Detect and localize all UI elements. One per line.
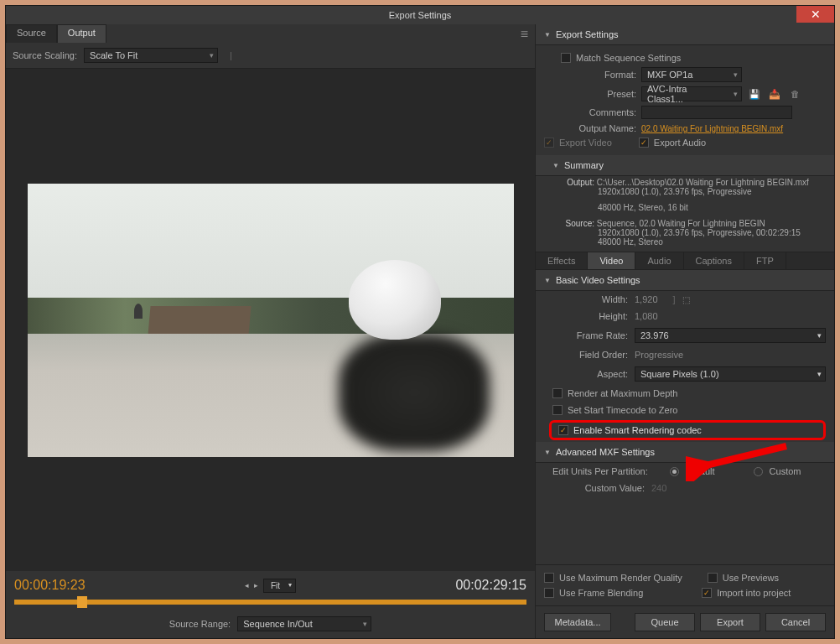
smart-render-label: Enable Smart Rendering codec: [573, 425, 702, 435]
tab-ftp[interactable]: FTP: [744, 252, 786, 269]
timeline-slider[interactable]: [14, 600, 526, 605]
metadata-button[interactable]: Metadata...: [544, 613, 611, 631]
preview-area: [6, 69, 535, 571]
queue-button[interactable]: Queue: [635, 613, 695, 631]
format-label: Format:: [561, 70, 636, 80]
tab-audio[interactable]: Audio: [635, 252, 683, 269]
format-dropdown[interactable]: MXF OP1a: [641, 67, 742, 82]
prev-frame-icon[interactable]: ◂: [245, 581, 249, 589]
next-frame-icon[interactable]: ▸: [254, 581, 258, 589]
collapse-icon: ▼: [544, 31, 551, 39]
export-settings-header[interactable]: ▼ Export Settings: [536, 24, 834, 45]
collapse-icon: ▼: [544, 277, 551, 284]
panel-menu-icon[interactable]: ≡: [514, 24, 535, 43]
total-time: 00:02:29:15: [455, 578, 526, 593]
export-button[interactable]: Export: [700, 613, 760, 631]
tab-video[interactable]: Video: [588, 252, 635, 269]
range-label: Source Range:: [169, 619, 231, 629]
zoom-dropdown[interactable]: Fit: [263, 579, 296, 593]
tab-output[interactable]: Output: [57, 24, 106, 43]
import-checkbox[interactable]: ✓: [702, 588, 712, 598]
fieldorder-value: Progressive: [635, 350, 683, 360]
partition-label: Edit Units Per Partition:: [552, 466, 648, 476]
delete-preset-icon[interactable]: 🗑: [787, 87, 802, 101]
custom-value-label: Custom Value:: [544, 483, 645, 493]
scaling-label: Source Scaling:: [13, 50, 77, 60]
titlebar: Export Settings ✕: [6, 6, 834, 24]
default-label: Default: [686, 466, 715, 476]
aspect-dropdown[interactable]: Square Pixels (1.0): [635, 366, 826, 382]
frame-blend-label: Use Frame Blending: [559, 588, 643, 598]
collapse-icon: ▼: [552, 162, 559, 169]
export-video-label: Export Video: [559, 138, 612, 148]
comments-label: Comments:: [561, 107, 636, 117]
previews-checkbox[interactable]: [708, 573, 718, 583]
custom-value: 240: [651, 483, 666, 493]
cancel-button[interactable]: Cancel: [765, 613, 826, 631]
source-res: 1920x1080 (1.0), 23.976 fps, Progressive…: [586, 228, 826, 237]
tab-source[interactable]: Source: [6, 24, 57, 43]
start-tc-label: Set Start Timecode to Zero: [568, 405, 677, 415]
import-preset-icon[interactable]: 📥: [767, 87, 782, 101]
collapse-icon: ▼: [544, 449, 551, 456]
fieldorder-label: Field Order:: [544, 350, 628, 360]
tab-captions[interactable]: Captions: [684, 252, 744, 269]
frame-blend-checkbox[interactable]: [544, 588, 554, 598]
output-name-label: Output Name:: [561, 123, 636, 133]
tab-effects[interactable]: Effects: [536, 252, 588, 269]
start-tc-checkbox[interactable]: [552, 405, 563, 415]
partition-custom-radio[interactable]: [754, 467, 763, 476]
smart-render-highlight: ✓ Enable Smart Rendering codec: [549, 420, 826, 440]
preset-label: Preset:: [561, 89, 636, 99]
source-seq: Sequence, 02.0 Waiting For Lightning BEG…: [597, 219, 765, 228]
video-preview[interactable]: [28, 184, 514, 457]
match-sequence-label: Match Sequence Settings: [576, 53, 681, 63]
match-sequence-checkbox[interactable]: [561, 53, 571, 63]
height-label: Height:: [544, 311, 628, 321]
current-time[interactable]: 00:00:19:23: [14, 578, 86, 593]
custom-label: Custom: [770, 466, 801, 476]
import-label: Import into project: [717, 588, 791, 598]
advanced-mxf-header[interactable]: ▼ Advanced MXF Settings: [536, 442, 834, 463]
source-audio: 48000 Hz, Stereo: [586, 237, 826, 247]
preset-dropdown[interactable]: AVC-Intra Class1...: [641, 86, 742, 101]
render-max-checkbox[interactable]: [552, 388, 563, 398]
output-path: C:\User...\Desktop\02.0 Waiting For Ligh…: [597, 178, 809, 187]
comments-input[interactable]: [641, 106, 792, 119]
basic-video-header[interactable]: ▼ Basic Video Settings: [536, 270, 834, 291]
output-audio: 48000 Hz, Stereo, 16 bit: [586, 203, 826, 212]
summary-header[interactable]: ▼ Summary: [536, 155, 834, 176]
close-button[interactable]: ✕: [796, 6, 834, 23]
export-audio-checkbox[interactable]: ✓: [639, 138, 649, 148]
window-title: Export Settings: [389, 10, 452, 20]
source-summary-label: Source:: [552, 219, 594, 228]
export-audio-label: Export Audio: [654, 138, 706, 148]
aspect-label: Aspect:: [544, 369, 628, 379]
save-preset-icon[interactable]: 💾: [747, 87, 762, 101]
output-res: 1920x1080 (1.0), 23.976 fps, Progressive: [586, 187, 826, 196]
scaling-dropdown[interactable]: Scale To Fit: [84, 48, 218, 63]
smart-render-checkbox[interactable]: ✓: [558, 425, 568, 435]
width-value: 1,920: [635, 294, 658, 304]
width-label: Width:: [544, 294, 628, 304]
export-video-checkbox: ✓: [544, 138, 554, 148]
height-value: 1,080: [635, 311, 658, 321]
previews-label: Use Previews: [723, 573, 779, 583]
max-quality-label: Use Maximum Render Quality: [559, 573, 682, 583]
render-max-label: Render at Maximum Depth: [568, 388, 677, 398]
framerate-label: Frame Rate:: [544, 330, 628, 340]
max-quality-checkbox[interactable]: [544, 573, 554, 583]
partition-default-radio[interactable]: [670, 467, 679, 476]
output-summary-label: Output:: [552, 178, 594, 187]
playhead[interactable]: [77, 596, 87, 608]
link-dimensions-icon[interactable]: ⬚: [682, 295, 690, 304]
framerate-dropdown[interactable]: 23.976: [635, 328, 826, 343]
range-dropdown[interactable]: Sequence In/Out: [237, 616, 371, 631]
output-name-link[interactable]: 02.0 Waiting For Lightning BEGIN.mxf: [641, 124, 783, 133]
